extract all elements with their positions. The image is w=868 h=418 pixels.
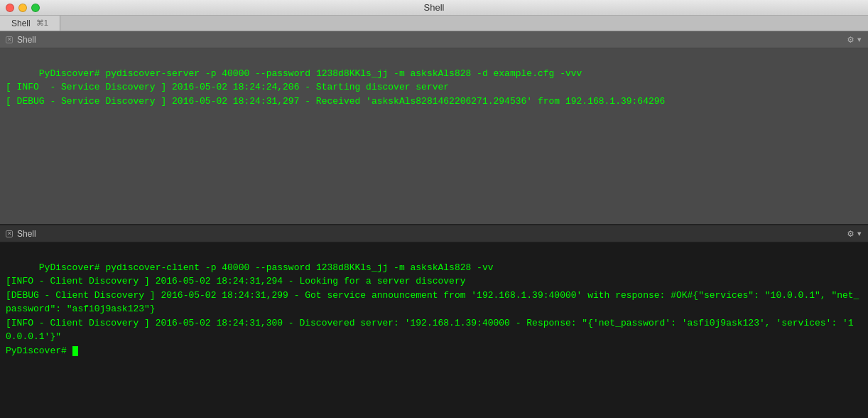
terminal-line-bot-0: PyDiscover# pydiscover-client -p 40000 -…: [39, 262, 494, 273]
terminal-line-bot-1: [INFO - Client Discovery ] 2016-05-02 18…: [6, 276, 466, 286]
terminal-content-top[interactable]: PyDiscover# pydiscover-server -p 40000 -…: [0, 48, 868, 224]
close-button[interactable]: [6, 4, 14, 12]
chevron-icon-bottom: ▾: [857, 227, 862, 240]
traffic-lights: [6, 4, 40, 12]
tab-shortcut: ⌘1: [36, 18, 48, 28]
terminal-line-bot-3: [INFO - Client Discovery ] 2016-05-02 18…: [6, 318, 854, 343]
pane-label-top: Shell: [17, 35, 36, 45]
pane-header-bottom: ✕ Shell ⚙ ▾: [0, 225, 868, 242]
pane-gear-top[interactable]: ⚙ ▾: [847, 33, 862, 45]
terminal-line-bot-2: [DEBUG - Client Discovery ] 2016-05-02 1…: [6, 290, 859, 315]
pane-label-bottom: Shell: [17, 229, 36, 239]
window-title: Shell: [424, 2, 445, 13]
terminal-line-top-0: PyDiscover# pydiscover-server -p 40000 -…: [39, 68, 582, 79]
terminal-container: ✕ Shell ⚙ ▾ PyDiscover# pydiscover-serve…: [0, 31, 868, 418]
gear-icon-top: ⚙: [847, 33, 853, 45]
terminal-cursor: [72, 346, 78, 356]
terminal-pane-bottom: ✕ Shell ⚙ ▾ PyDiscover# pydiscover-clien…: [0, 225, 868, 418]
terminal-content-bottom[interactable]: PyDiscover# pydiscover-client -p 40000 -…: [0, 242, 868, 418]
terminal-line-top-1: [ INFO - Service Discovery ] 2016-05-02 …: [6, 82, 449, 92]
pane-title-top: ✕ Shell: [6, 35, 36, 45]
chevron-icon-top: ▾: [857, 33, 862, 45]
pane-gear-bottom[interactable]: ⚙ ▾: [847, 227, 862, 240]
tab-bar: Shell ⌘1: [0, 16, 868, 31]
terminal-pane-top: ✕ Shell ⚙ ▾ PyDiscover# pydiscover-serve…: [0, 31, 868, 225]
tab-shell[interactable]: Shell ⌘1: [0, 16, 60, 31]
terminal-line-bot-4: PyDiscover#: [6, 345, 72, 356]
terminal-line-top-2: [ DEBUG - Service Discovery ] 2016-05-02…: [6, 96, 665, 107]
tab-label: Shell: [11, 18, 31, 28]
title-bar: Shell: [0, 0, 868, 16]
pane-close-icon-top[interactable]: ✕: [6, 36, 13, 43]
maximize-button[interactable]: [31, 4, 40, 12]
minimize-button[interactable]: [18, 4, 27, 12]
pane-title-bottom: ✕ Shell: [6, 229, 36, 239]
pane-close-icon-bottom[interactable]: ✕: [6, 230, 13, 237]
gear-icon-bottom: ⚙: [847, 227, 853, 240]
pane-header-top: ✕ Shell ⚙ ▾: [0, 31, 868, 48]
